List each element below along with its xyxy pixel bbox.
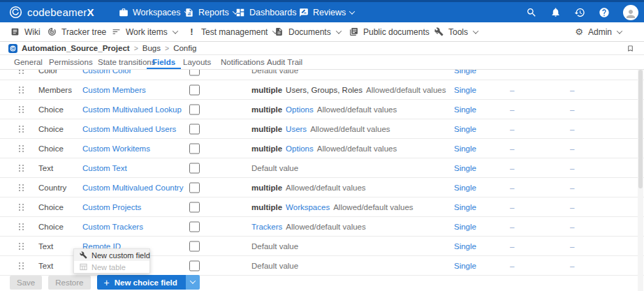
drag-handle-icon[interactable] — [19, 165, 24, 172]
chevron-down-icon — [173, 28, 178, 33]
menu-item-new-table[interactable]: New table — [74, 261, 149, 273]
bell-icon[interactable] — [550, 7, 561, 17]
breadcrumb-config[interactable]: Config — [173, 44, 196, 52]
plus-icon: + — [104, 278, 110, 288]
nav-workspaces[interactable]: Workspaces — [119, 2, 189, 22]
new-field-dropdown-toggle[interactable] — [186, 275, 200, 290]
drag-handle-icon[interactable] — [19, 184, 24, 191]
dash-value: – — [570, 86, 574, 94]
dash-value: – — [510, 184, 514, 192]
nav-reviews[interactable]: Reviews — [299, 2, 354, 22]
field-name-link[interactable]: Custom Multivalued Country — [82, 184, 183, 192]
config-tabs: General Permissions State transitions Fi… — [0, 55, 644, 70]
toolbar-wiki[interactable]: Wiki — [10, 22, 41, 41]
row-checkbox[interactable] — [189, 221, 200, 232]
search-icon[interactable] — [526, 7, 537, 18]
field-type: Members — [38, 86, 72, 94]
field-name-link[interactable]: Custom Projects — [82, 203, 141, 211]
tab-notifications[interactable]: Notifications — [221, 55, 265, 68]
field-name-link[interactable]: Custom Text — [82, 164, 127, 172]
top-navigation: codebeamerX Workspaces Reports Dashboard… — [0, 0, 644, 22]
field-name-link[interactable]: Custom Color — [82, 70, 131, 75]
drag-handle-icon[interactable] — [19, 87, 24, 94]
single-link[interactable]: Single — [454, 203, 476, 211]
save-button[interactable]: Save — [10, 276, 42, 290]
default-value-cell: multiple Allowed/default values — [251, 184, 366, 192]
drag-handle-icon[interactable] — [19, 204, 24, 211]
default-reference-link[interactable]: Trackers — [251, 223, 282, 231]
row-checkbox[interactable] — [189, 182, 200, 193]
wrench-icon — [434, 27, 444, 36]
avatar[interactable] — [623, 5, 638, 20]
drag-handle-icon[interactable] — [19, 262, 24, 269]
tab-state-transitions[interactable]: State transitions — [98, 55, 155, 68]
new-choice-field-button[interactable]: + New choice field — [97, 275, 200, 290]
single-link[interactable]: Single — [454, 242, 476, 251]
toolbar-admin[interactable]: ⚙ Admin — [575, 22, 622, 41]
row-checkbox[interactable] — [189, 84, 200, 95]
default-reference-link[interactable]: Options — [286, 105, 314, 114]
field-name-link[interactable]: Custom Members — [82, 86, 146, 94]
single-link[interactable]: Single — [454, 262, 476, 270]
tab-audit-trail[interactable]: Audit Trail — [267, 55, 302, 68]
field-name-link[interactable]: Custom Workitems — [82, 144, 150, 153]
single-link[interactable]: Single — [454, 70, 476, 75]
drag-handle-icon[interactable] — [19, 243, 24, 250]
drag-handle-icon[interactable] — [19, 126, 24, 133]
single-link[interactable]: Single — [454, 184, 476, 192]
vertical-scrollbar[interactable] — [638, 70, 643, 291]
footer-actions: Save Restore + New choice field — [10, 275, 200, 290]
toolbar-public-documents[interactable]: Public documents — [349, 22, 439, 41]
toolbar-documents[interactable]: Documents — [275, 22, 341, 41]
single-link[interactable]: Single — [454, 105, 476, 114]
drag-handle-icon[interactable] — [19, 145, 24, 152]
field-type: Country — [38, 184, 66, 192]
toolbar-tracker-tree[interactable]: Tracker tree — [47, 22, 106, 41]
tab-general[interactable]: General — [14, 55, 43, 68]
row-checkbox[interactable] — [189, 260, 200, 271]
drag-handle-icon[interactable] — [19, 70, 24, 74]
single-link[interactable]: Single — [454, 86, 476, 94]
row-checkbox[interactable] — [189, 104, 200, 114]
help-icon[interactable] — [599, 7, 610, 18]
bookmark-icon[interactable] — [627, 44, 634, 53]
row-checkbox[interactable] — [189, 70, 200, 75]
single-link[interactable]: Single — [454, 223, 476, 231]
drag-handle-icon[interactable] — [19, 223, 24, 230]
row-checkbox[interactable] — [189, 143, 200, 154]
row-checkbox[interactable] — [189, 163, 200, 173]
breadcrumb-tracker[interactable]: Bugs — [142, 44, 161, 52]
drag-handle-icon[interactable] — [19, 106, 24, 113]
row-checkbox[interactable] — [189, 124, 200, 134]
default-value-cell: multiple Options Allowed/default values — [251, 144, 397, 153]
tab-fields[interactable]: Fields — [152, 55, 175, 68]
breadcrumb-separator: > — [165, 44, 169, 52]
field-type: Choice — [38, 223, 64, 231]
dash-value: – — [510, 125, 514, 133]
toolbar-test-management[interactable]: ! Test management — [187, 22, 277, 41]
default-hint-text: Allowed/default values — [317, 144, 397, 153]
single-link[interactable]: Single — [454, 125, 476, 133]
single-link[interactable]: Single — [454, 144, 476, 153]
field-name-link[interactable]: Custom Multivalued Users — [82, 125, 176, 133]
default-reference-link[interactable]: Users — [286, 125, 307, 133]
brand[interactable]: codebeamerX — [9, 2, 94, 22]
scrollbar-thumb[interactable] — [638, 70, 643, 188]
field-name-link[interactable]: Custom Multivalued Lookup — [82, 105, 182, 114]
history-icon[interactable] — [574, 7, 585, 18]
row-checkbox[interactable] — [189, 202, 200, 212]
toolbar-work-items[interactable]: Work items — [112, 22, 177, 41]
nav-dashboards[interactable]: Dashboards — [235, 2, 305, 22]
tab-permissions[interactable]: Permissions — [49, 55, 93, 68]
default-reference-link[interactable]: Options — [286, 144, 314, 153]
single-link[interactable]: Single — [454, 164, 476, 172]
toolbar-tools[interactable]: Tools — [434, 22, 478, 41]
default-reference-link[interactable]: Workspaces — [286, 203, 330, 211]
nav-reports[interactable]: Reports — [184, 2, 237, 22]
field-name-link[interactable]: Custom Trackers — [82, 223, 143, 231]
breadcrumb-project[interactable]: Automation_Source_Project — [22, 44, 130, 52]
row-checkbox[interactable] — [189, 241, 200, 251]
tab-layouts[interactable]: Layouts — [183, 55, 211, 68]
restore-button[interactable]: Restore — [48, 276, 90, 290]
menu-item-new-custom-field[interactable]: New custom field — [74, 249, 149, 261]
